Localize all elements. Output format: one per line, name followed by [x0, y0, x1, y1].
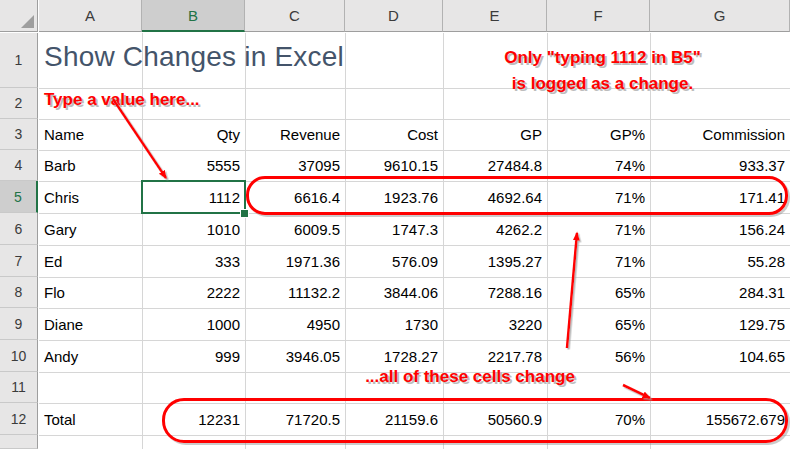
row-header-12[interactable]: 12 [0, 403, 38, 435]
cell-F7[interactable]: 71% [547, 245, 650, 277]
cell-D3[interactable]: Cost [345, 119, 443, 150]
cell-C9[interactable]: 4950 [245, 308, 345, 340]
cell-B7[interactable]: 333 [142, 245, 245, 277]
column-header-B[interactable]: B [142, 0, 245, 32]
row-header-7[interactable]: 7 [0, 245, 38, 277]
row-header-11[interactable]: 11 [0, 372, 38, 403]
cell-A8[interactable]: Flo [39, 277, 142, 308]
sheet-title: Show Changes in Excel [44, 41, 344, 73]
cell-G7[interactable]: 55.28 [650, 245, 790, 277]
cell-C7[interactable]: 1971.36 [245, 245, 345, 277]
cell-D6[interactable]: 1747.3 [345, 213, 443, 245]
cell-A4[interactable]: Barb [39, 150, 142, 181]
row-header-2[interactable]: 2 [0, 88, 38, 119]
cell-E9[interactable]: 3220 [443, 308, 547, 340]
cell-A7[interactable]: Ed [39, 245, 142, 277]
excel-spreadsheet-window: ABCDEFG123456789101112NameQtyRevenueCost… [0, 0, 790, 449]
annotation-only-logged: Only "typing 1112 in B5" is logged as a … [425, 45, 780, 97]
column-header-F[interactable]: F [547, 0, 650, 32]
row-header-5[interactable]: 5 [0, 181, 38, 213]
cell-G6[interactable]: 156.24 [650, 213, 790, 245]
row-header-6[interactable]: 6 [0, 213, 38, 245]
column-header-A[interactable]: A [39, 0, 142, 32]
annotation-only-logged-line1: Only "typing 1112 in B5" [425, 45, 780, 71]
cell-G10[interactable]: 104.65 [650, 340, 790, 372]
cell-A10[interactable]: Andy [39, 340, 142, 372]
annotation-type-a-value: Type a value here... [44, 90, 200, 110]
cell-F6[interactable]: 71% [547, 213, 650, 245]
column-header-E[interactable]: E [443, 0, 547, 32]
cell-A6[interactable]: Gary [39, 213, 142, 245]
cell-F3[interactable]: GP% [547, 119, 650, 150]
cell-A3[interactable]: Name [39, 119, 142, 150]
column-header-G[interactable]: G [650, 0, 790, 32]
highlight-oval-row5-shape [246, 176, 788, 215]
column-header-C[interactable]: C [245, 0, 345, 32]
cell-E8[interactable]: 7288.16 [443, 277, 547, 308]
cell-G3[interactable]: Commission [650, 119, 790, 150]
row-header-9[interactable]: 9 [0, 308, 38, 340]
highlight-oval-total-row-shape [162, 398, 788, 443]
column-header-D[interactable]: D [345, 0, 443, 32]
cell-A12[interactable]: Total [39, 403, 142, 435]
cell-E6[interactable]: 4262.2 [443, 213, 547, 245]
cell-D9[interactable]: 1730 [345, 308, 443, 340]
cell-A9[interactable]: Diane [39, 308, 142, 340]
cell-F8[interactable]: 65% [547, 277, 650, 308]
select-all-corner[interactable] [0, 0, 38, 32]
row-header-1[interactable]: 1 [0, 33, 38, 88]
cell-E3[interactable]: GP [443, 119, 547, 150]
row-header-8[interactable]: 8 [0, 277, 38, 308]
cell-C6[interactable]: 6009.5 [245, 213, 345, 245]
cell-C3[interactable]: Revenue [245, 119, 345, 150]
fill-handle[interactable] [240, 209, 249, 218]
cell-G9[interactable]: 129.75 [650, 308, 790, 340]
arrow-to-total-row [623, 385, 650, 398]
annotation-cells-change: ...all of these cells change [320, 367, 620, 387]
row-header-3[interactable]: 3 [0, 119, 38, 150]
cell-B9[interactable]: 1000 [142, 308, 245, 340]
cell-B10[interactable]: 999 [142, 340, 245, 372]
cell-D7[interactable]: 576.09 [345, 245, 443, 277]
cell-B8[interactable]: 2222 [142, 277, 245, 308]
cell-E7[interactable]: 1395.27 [443, 245, 547, 277]
select-all-triangle-icon [21, 15, 34, 28]
cell-F9[interactable]: 65% [547, 308, 650, 340]
cell-D8[interactable]: 3844.06 [345, 277, 443, 308]
annotation-only-logged-line2: is logged as a change. [425, 71, 780, 97]
cell-G8[interactable]: 284.31 [650, 277, 790, 308]
cell-B6[interactable]: 1010 [142, 213, 245, 245]
row-header-10[interactable]: 10 [0, 340, 38, 372]
cell-B4[interactable]: 5555 [142, 150, 245, 181]
cell-B3[interactable]: Qty [142, 119, 245, 150]
row-header-partial[interactable] [0, 435, 38, 449]
row-header-4[interactable]: 4 [0, 150, 38, 181]
cell-A5[interactable]: Chris [39, 181, 142, 213]
cell-C8[interactable]: 11132.2 [245, 277, 345, 308]
selected-cell-outline [141, 180, 246, 214]
